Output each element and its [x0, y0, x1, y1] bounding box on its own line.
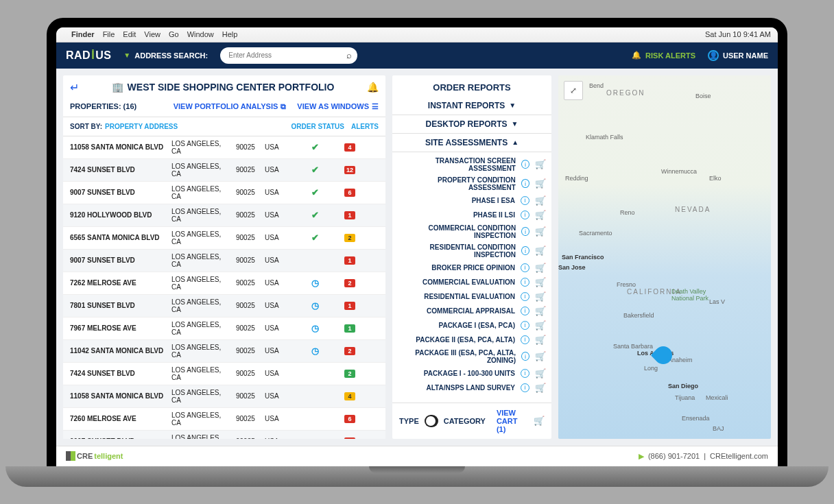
property-city: LOS ANGELES, CA: [171, 230, 230, 245]
map-state: OREGON: [606, 89, 645, 97]
property-row[interactable]: 7424 SUNSET BLVDLOS ANGELES, CA90025USA✔…: [63, 159, 385, 182]
map-city: Fresno: [617, 281, 636, 288]
property-row[interactable]: 9120 HOLLYWOOD BLVDLOS ANGELES, CA90025U…: [63, 204, 385, 227]
expand-map-icon[interactable]: ⤢: [564, 81, 583, 100]
property-country: USA: [265, 370, 285, 377]
property-zip: 90025: [236, 211, 259, 219]
sort-alerts[interactable]: ALERTS: [351, 123, 379, 130]
property-row[interactable]: 7967 MELROSE AVELOS ANGELES, CA90025USA◷…: [63, 317, 385, 340]
footer-phone: (866) 901-7201: [648, 452, 700, 460]
property-address: 11042 SANTA MONICA BLVD: [70, 347, 166, 355]
alert-badge: 2: [344, 370, 355, 378]
add-to-cart-icon[interactable]: 🛒: [535, 178, 546, 189]
info-icon[interactable]: i: [521, 383, 529, 392]
property-row[interactable]: 7262 MELROSE AVELOS ANGELES, CA90025USA◷…: [63, 272, 385, 295]
property-row[interactable]: 7801 SUNSET BLVDLOS ANGELES, CA90025USA◷…: [63, 295, 385, 317]
mac-menu[interactable]: File: [103, 30, 115, 38]
sort-field[interactable]: PROPERTY ADDRESS: [105, 123, 178, 130]
info-icon[interactable]: i: [521, 246, 529, 255]
user-name-label: USER NAME: [723, 51, 768, 60]
address-search-input[interactable]: [220, 47, 357, 64]
info-icon[interactable]: i: [521, 307, 529, 315]
add-to-cart-icon[interactable]: 🛒: [535, 320, 546, 331]
add-to-cart-icon[interactable]: 🛒: [535, 210, 546, 220]
info-icon[interactable]: i: [521, 352, 529, 361]
property-alert: 2: [344, 234, 361, 242]
info-icon[interactable]: i: [521, 179, 529, 188]
risk-alerts-button[interactable]: 🔔 RISK ALERTS: [632, 51, 695, 60]
property-row[interactable]: 9007 SUNSET BLVDLOS ANGELES, CA90025USA✔…: [63, 182, 385, 204]
site-assessments-toggle[interactable]: SITE ASSESSMENTS ▲: [392, 134, 551, 152]
add-to-cart-icon[interactable]: 🛒: [535, 335, 546, 345]
property-row[interactable]: 11042 SANTA MONICA BLVDLOS ANGELES, CA90…: [63, 340, 385, 363]
property-row[interactable]: 11058 SANTA MONICA BLVDLOS ANGELES, CA90…: [63, 385, 385, 408]
notifications-icon[interactable]: 🔔: [367, 82, 379, 93]
property-status: ✔: [291, 165, 339, 175]
map-city: Ensenada: [682, 415, 710, 422]
sort-order-status[interactable]: ORDER STATUS: [291, 123, 344, 130]
property-address: 9007 SUNSET BLVD: [70, 189, 166, 196]
info-icon[interactable]: i: [521, 211, 529, 219]
user-menu[interactable]: 👤 USER NAME: [708, 50, 768, 61]
mac-menu[interactable]: Finder: [71, 30, 95, 38]
dropdown-icon[interactable]: ▼: [123, 51, 130, 59]
add-to-cart-icon[interactable]: 🛒: [535, 383, 546, 393]
back-icon[interactable]: ↵: [70, 81, 79, 94]
property-address: 9120 HOLLYWOOD BLVD: [70, 211, 166, 219]
info-icon[interactable]: i: [521, 227, 529, 236]
instant-reports-toggle[interactable]: INSTANT REPORTS ▼: [392, 97, 551, 115]
mac-menu[interactable]: Window: [187, 30, 214, 38]
logo-text: US: [95, 49, 111, 62]
add-to-cart-icon[interactable]: 🛒: [535, 263, 546, 273]
footer-brand-post: telligent: [94, 452, 123, 460]
info-icon[interactable]: i: [521, 335, 529, 344]
property-row[interactable]: 9007 SUNSET BLVDLOS ANGELES, CA90025USA1: [63, 250, 385, 272]
desktop-reports-toggle[interactable]: DESKTOP REPORTS ▼: [392, 115, 551, 134]
mac-menu[interactable]: Edit: [123, 30, 136, 38]
add-to-cart-icon[interactable]: 🛒: [535, 195, 546, 206]
add-to-cart-icon[interactable]: 🛒: [535, 277, 546, 287]
property-city: LOS ANGELES, CA: [171, 411, 230, 427]
type-category-toggle[interactable]: [425, 415, 438, 427]
add-to-cart-icon[interactable]: 🛒: [535, 245, 546, 256]
risk-alerts-label: RISK ALERTS: [645, 51, 695, 60]
property-alert: 4: [344, 143, 361, 152]
report-row: PACKAGE II (ESA, PCA, ALTA)i🛒: [398, 333, 546, 347]
map-panel[interactable]: ⤢ OREGON NEVADA CALIFORNIA Bend Boise Kl…: [558, 75, 771, 439]
status-ok-icon: ✔: [311, 232, 319, 243]
properties-list[interactable]: 11058 SANTA MONICA BLVDLOS ANGELES, CA90…: [63, 136, 385, 439]
view-portfolio-analysis-link[interactable]: VIEW PORTFOLIO ANALYSIS ⧉: [174, 102, 287, 111]
report-name: RESIDENTIAL EVALUATION: [424, 293, 515, 300]
add-to-cart-icon[interactable]: 🛒: [535, 159, 546, 169]
add-to-cart-icon[interactable]: 🛒: [535, 226, 546, 237]
add-to-cart-icon[interactable]: 🛒: [535, 291, 546, 302]
footer-site-link[interactable]: CREtelligent.com: [710, 452, 768, 460]
property-row[interactable]: 11058 SANTA MONICA BLVDLOS ANGELES, CA90…: [63, 136, 385, 159]
search-icon[interactable]: ⌕: [346, 50, 352, 60]
mac-menu[interactable]: View: [144, 30, 160, 38]
property-row[interactable]: 7260 MELROSE AVELOS ANGELES, CA90025USA6: [63, 408, 385, 431]
view-as-windows-link[interactable]: VIEW AS WINDOWS ☰: [297, 102, 379, 111]
property-country: USA: [265, 437, 285, 439]
info-icon[interactable]: i: [521, 292, 529, 301]
info-icon[interactable]: i: [521, 160, 529, 169]
property-row[interactable]: 9007 SUNSET BLVDLOS ANGELES, CA90025USA1: [63, 431, 385, 439]
map-city: Elko: [709, 175, 722, 182]
mac-menu[interactable]: Help: [222, 30, 238, 38]
map-city: Klamath Falls: [586, 134, 623, 141]
add-to-cart-icon[interactable]: 🛒: [535, 351, 546, 361]
add-to-cart-icon[interactable]: 🛒: [535, 306, 546, 316]
info-icon[interactable]: i: [521, 196, 529, 205]
info-icon[interactable]: i: [521, 278, 529, 287]
property-zip: 90025: [236, 234, 259, 241]
info-icon[interactable]: i: [521, 263, 529, 272]
map-city: Redding: [565, 175, 588, 182]
mac-menu[interactable]: Go: [169, 30, 179, 38]
info-icon[interactable]: i: [521, 369, 529, 378]
info-icon[interactable]: i: [521, 321, 529, 330]
cart-icon[interactable]: 🛒: [534, 416, 545, 426]
property-row[interactable]: 7424 SUNSET BLVDLOS ANGELES, CA90025USA2: [63, 363, 385, 385]
view-cart-link[interactable]: VIEW CART (1): [497, 409, 528, 433]
property-row[interactable]: 6565 SANTA MONICA BLVDLOS ANGELES, CA900…: [63, 227, 385, 250]
add-to-cart-icon[interactable]: 🛒: [535, 368, 546, 379]
